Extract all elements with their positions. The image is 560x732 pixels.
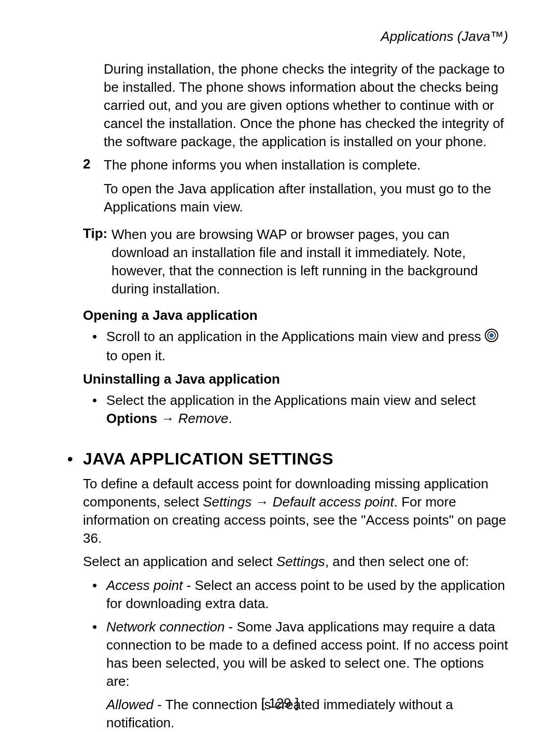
page-number: [ 129 ] [0, 695, 560, 711]
step-number: 2 [83, 156, 104, 216]
option-network-connection: • Network connection - Some Java applica… [83, 618, 508, 691]
option-access-point: • Access point - Select an access point … [83, 576, 508, 613]
opening-bullet-text: Scroll to an application in the Applicat… [106, 328, 508, 365]
section-title-row: • JAVA APPLICATION SETTINGS [67, 449, 508, 469]
option-access-point-text: Access point - Select an access point to… [106, 576, 508, 613]
tip-label: Tip: [83, 226, 111, 298]
step-2-line-1: The phone informs you when installation … [104, 156, 508, 174]
uninstall-bullet: • Select the application in the Applicat… [83, 391, 508, 428]
section-para-1: To define a default access point for dow… [83, 475, 508, 547]
svg-point-2 [489, 333, 494, 337]
tip-text: When you are browsing WAP or browser pag… [111, 226, 508, 298]
page: Applications (Java™) During installation… [0, 0, 560, 732]
page-header: Applications (Java™) [83, 29, 508, 45]
bullet-icon: • [83, 391, 106, 428]
bullet-icon: • [83, 576, 106, 613]
bullet-icon: • [83, 618, 106, 691]
step-2: 2 The phone informs you when installatio… [83, 156, 508, 216]
section-bullet-icon: • [67, 452, 83, 467]
bullet-icon: • [83, 328, 106, 365]
select-key-icon [485, 329, 498, 347]
step-2-line-2: To open the Java application after insta… [104, 180, 508, 216]
opening-bullet: • Scroll to an application in the Applic… [83, 328, 508, 365]
opening-heading: Opening a Java application [83, 307, 508, 323]
option-network-connection-text: Network connection - Some Java applicati… [106, 618, 508, 691]
uninstall-heading: Uninstalling a Java application [83, 371, 508, 387]
tip-block: Tip: When you are browsing WAP or browse… [83, 226, 508, 298]
intro-paragraph: During installation, the phone checks th… [104, 60, 508, 151]
section-para-2: Select an application and select Setting… [83, 553, 508, 571]
uninstall-bullet-text: Select the application in the Applicatio… [106, 391, 508, 428]
section-title: JAVA APPLICATION SETTINGS [83, 449, 333, 469]
